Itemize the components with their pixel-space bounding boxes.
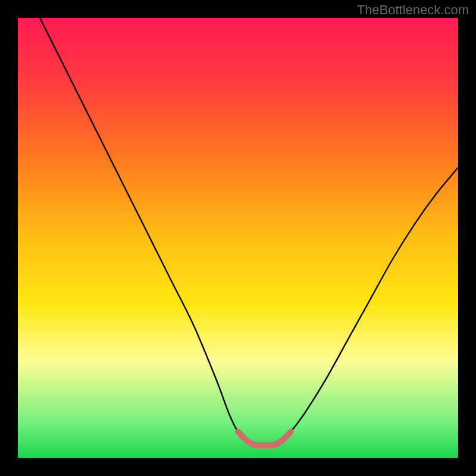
watermark-text: TheBottleneck.com xyxy=(357,2,469,18)
highlight-band xyxy=(238,432,291,446)
plot-area xyxy=(18,18,458,458)
curve-svg xyxy=(18,18,458,458)
chart-container: TheBottleneck.com xyxy=(0,0,476,476)
bottleneck-curve xyxy=(40,18,458,445)
